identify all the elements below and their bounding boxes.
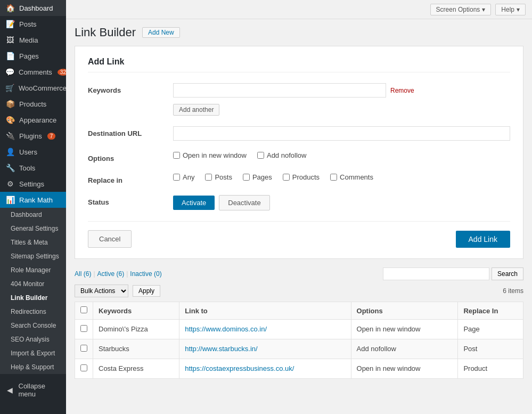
row-options-cell: Add nofollow [351, 339, 458, 359]
replace-comments-checkbox[interactable] [330, 174, 337, 181]
deactivate-button[interactable]: Deactivate [219, 195, 269, 210]
row-options-cell: Open in new window [351, 359, 458, 379]
sidebar-item-rank-math[interactable]: 📊 Rank Math [0, 192, 66, 208]
add-nofollow-option[interactable]: Add nofollow [257, 151, 306, 159]
sidebar-item-woocommerce[interactable]: 🛒 WooCommerce [0, 80, 66, 96]
row-link[interactable]: https://costaexpressbusiness.co.uk/ [185, 364, 294, 372]
collapse-icon: ◀ [5, 386, 14, 394]
help-chevron-icon: ▾ [517, 6, 520, 13]
replace-posts-label: Posts [215, 173, 232, 181]
collapse-menu[interactable]: ◀ Collapse menu [0, 378, 66, 402]
sidebar-item-comments[interactable]: 💬 Comments 32 [0, 64, 66, 80]
remove-keyword-link[interactable]: Remove [390, 87, 414, 94]
options-row: Options Open in new window Add nofollow [88, 151, 510, 163]
replace-comments-option[interactable]: Comments [330, 173, 373, 181]
row-checkbox[interactable] [80, 325, 87, 332]
apply-button[interactable]: Apply [133, 285, 160, 297]
row-keyword-cell: Costa Express [93, 359, 179, 379]
table-row: Starbucks http://www.starbucks.in/ Add n… [75, 339, 523, 359]
row-link[interactable]: https://www.dominos.co.in/ [185, 325, 267, 333]
add-link-form: Add Link Keywords Remove Add another Des… [75, 46, 523, 259]
col-checkbox [75, 302, 93, 320]
page-header: Link Builder Add New [75, 26, 523, 39]
woocommerce-icon: 🛒 [5, 84, 14, 92]
collapse-label: Collapse menu [19, 382, 61, 398]
sidebar-item-users[interactable]: 👤 Users [0, 144, 66, 160]
activate-button[interactable]: Activate [173, 196, 215, 210]
sidebar-item-products[interactable]: 📦 Products [0, 96, 66, 112]
submenu-item-help-support[interactable]: Help & Support [0, 360, 66, 374]
row-replace-in-cell: Post [458, 339, 523, 359]
row-checkbox[interactable] [80, 345, 87, 352]
submenu-item-dashboard[interactable]: Dashboard [0, 208, 66, 222]
table-section: All (6) | Active (6) | Inactive (0) [75, 267, 523, 379]
screen-options-button[interactable]: Screen Options ▾ [430, 4, 492, 15]
row-link[interactable]: http://www.starbucks.in/ [185, 345, 258, 353]
add-link-button[interactable]: Add Link [456, 231, 510, 248]
submenu-item-role-manager[interactable]: Role Manager [0, 263, 66, 277]
sidebar-item-settings[interactable]: ⚙ Settings [0, 176, 66, 192]
replace-comments-label: Comments [340, 173, 373, 181]
filter-inactive-link[interactable]: Inactive (0) [130, 270, 161, 278]
replace-products-label: Products [292, 173, 320, 181]
links-table: Keywords Link to Options Replace In Domi… [75, 302, 523, 379]
search-input[interactable] [383, 267, 489, 280]
bulk-actions-select[interactable]: Bulk Actions [75, 285, 128, 297]
sidebar-item-dashboard[interactable]: 🏠 Dashboard [0, 0, 66, 16]
replace-pages-option[interactable]: Pages [243, 173, 272, 181]
sidebar-item-appearance[interactable]: 🎨 Appearance [0, 112, 66, 128]
products-icon: 📦 [5, 100, 15, 108]
row-link-cell: http://www.starbucks.in/ [179, 339, 351, 359]
sidebar-item-tools[interactable]: 🔧 Tools [0, 160, 66, 176]
replace-products-checkbox[interactable] [283, 174, 290, 181]
submenu-item-titles-meta[interactable]: Titles & Meta [0, 236, 66, 249]
options-field: Open in new window Add nofollow [173, 151, 510, 159]
replace-posts-checkbox[interactable] [205, 174, 212, 181]
filter-active-link[interactable]: Active (6) [97, 270, 125, 278]
sidebar-item-media[interactable]: 🖼 Media [0, 32, 66, 48]
row-checkbox[interactable] [80, 364, 87, 371]
add-nofollow-label: Add nofollow [267, 151, 306, 159]
submenu-item-404-monitor[interactable]: 404 Monitor [0, 277, 66, 291]
submenu-item-search-console[interactable]: Search Console [0, 319, 66, 332]
open-new-window-checkbox[interactable] [173, 152, 180, 159]
page-title: Link Builder [75, 26, 136, 39]
replace-any-checkbox[interactable] [173, 174, 180, 181]
sidebar-item-plugins[interactable]: 🔌 Plugins 7 [0, 128, 66, 144]
appearance-icon: 🎨 [5, 116, 15, 124]
main-area: Screen Options ▾ Help ▾ Link Builder Add… [66, 0, 532, 414]
replace-any-label: Any [183, 173, 194, 181]
submenu-item-link-builder[interactable]: Link Builder [0, 291, 66, 305]
cancel-button[interactable]: Cancel [88, 230, 132, 248]
comments-badge: 32 [58, 69, 66, 76]
keyword-input[interactable] [173, 83, 386, 98]
select-all-checkbox[interactable] [80, 306, 87, 313]
sidebar-item-pages[interactable]: 📄 Pages [0, 48, 66, 64]
submenu-item-general-settings[interactable]: General Settings [0, 222, 66, 236]
filter-all-link[interactable]: All (6) [75, 270, 91, 278]
destination-url-input[interactable] [173, 126, 510, 141]
submenu-item-seo-analysis[interactable]: SEO Analysis [0, 332, 66, 346]
sidebar-item-label: Posts [19, 20, 37, 28]
table-row: Costa Express https://costaexpressbusine… [75, 359, 523, 379]
replace-pages-checkbox[interactable] [243, 174, 250, 181]
sidebar-item-posts[interactable]: 📝 Posts [0, 16, 66, 32]
replace-posts-option[interactable]: Posts [205, 173, 232, 181]
sidebar-item-label: Users [19, 148, 37, 156]
posts-icon: 📝 [5, 20, 15, 28]
replace-any-option[interactable]: Any [173, 173, 194, 181]
open-new-window-option[interactable]: Open in new window [173, 151, 247, 159]
search-button[interactable]: Search [492, 267, 523, 280]
rank-math-submenu: Dashboard General Settings Titles & Meta… [0, 208, 66, 374]
replace-in-checkboxes: Any Posts Pages Products [173, 173, 510, 181]
add-new-button[interactable]: Add New [142, 27, 180, 38]
sidebar-item-label: Products [19, 100, 46, 108]
replace-products-option[interactable]: Products [283, 173, 320, 181]
help-button[interactable]: Help ▾ [495, 4, 526, 15]
submenu-item-redirections[interactable]: Redirections [0, 305, 66, 319]
submenu-item-import-export[interactable]: Import & Export [0, 346, 66, 360]
add-nofollow-checkbox[interactable] [257, 152, 264, 159]
submenu-item-sitemap-settings[interactable]: Sitemap Settings [0, 249, 66, 263]
add-another-button[interactable]: Add another [173, 104, 219, 116]
sidebar-item-label: Rank Math [19, 196, 53, 204]
